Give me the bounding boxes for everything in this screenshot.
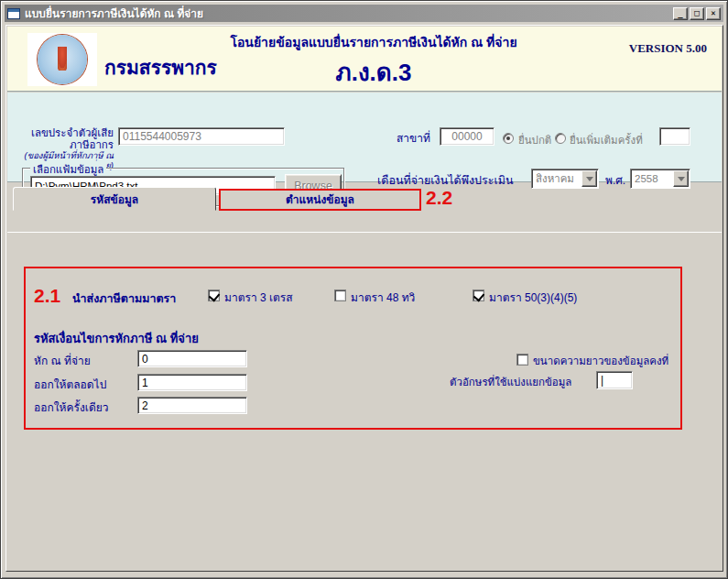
field-pay-once-input[interactable] — [137, 397, 247, 414]
month-dropdown[interactable]: สิงหาคม — [531, 169, 599, 189]
form-code: ภ.ง.ด.3 — [177, 53, 570, 91]
tax-id-input[interactable] — [118, 127, 285, 146]
radio-file-normal-label: ยื่นปกติ — [518, 132, 551, 148]
delimiter-label: ตัวอักษรที่ใช้แบ่งแยกข้อมูล — [450, 374, 571, 390]
annotation-2-2: 2.2 — [426, 187, 452, 209]
month-value: สิงหาคม — [536, 170, 574, 187]
branch-input[interactable] — [440, 127, 494, 146]
field-withheld-label: หัก ณ ที่จ่าย — [34, 352, 91, 369]
control-panel: เลขประจำตัวผู้เสียภาษีอากร (ของผู้มีหน้า… — [7, 93, 722, 182]
radio-file-normal[interactable] — [503, 133, 514, 144]
checkbox-article-50-label: มาตรา 50(3)(4)(5) — [489, 289, 577, 306]
window-controls: _ □ ✕ — [673, 7, 721, 20]
header: กรมสรรพากร โอนย้ายข้อมูลแบบยื่นรายการภาษ… — [7, 27, 722, 92]
checkbox-article-48[interactable] — [334, 290, 346, 301]
radio-file-additional[interactable] — [555, 133, 566, 144]
tab-page-data-codes: 2.1 นำส่งภาษีตามมาตรา มาตรา 3 เตรส มาตรา… — [7, 232, 722, 570]
app-title-block: โอนย้ายข้อมูลแบบยื่นรายการภาษีเงินได้หัก… — [177, 32, 570, 91]
application-window: แบบยื่นรายการภาษีเงินได้หัก ณ ที่จ่าย _ … — [0, 0, 728, 579]
checkbox-fixed-length-label: ขนาดความยาวของข้อมูลคงที่ — [533, 353, 668, 369]
title-bar[interactable]: แบบยื่นรายการภาษีเงินได้หัก ณ ที่จ่าย _ … — [5, 5, 723, 22]
annotation-2-1: 2.1 — [34, 285, 60, 307]
seal-figure — [57, 47, 68, 71]
form-window-icon — [7, 8, 20, 19]
field-pay-always-label: ออกให้ตลอดไป — [34, 376, 106, 393]
checkbox-fixed-length[interactable] — [516, 354, 528, 366]
field-pay-always-input[interactable] — [137, 374, 247, 391]
branch-label: สาขาที่ — [397, 129, 430, 147]
delimiter-input[interactable] — [596, 371, 633, 389]
field-withheld-input[interactable] — [137, 350, 247, 367]
window-title: แบบยื่นรายการภาษีเงินได้หัก ณ ที่จ่าย — [25, 5, 203, 22]
checkbox-article-50[interactable] — [473, 290, 484, 301]
checkbox-article-3-label: มาตรา 3 เตรส — [224, 289, 293, 306]
version-label: VERSION 5.00 — [629, 41, 707, 56]
app-title: โอนย้ายข้อมูลแบบยื่นรายการภาษีเงินได้หัก… — [177, 32, 570, 52]
tab-data-positions[interactable]: ตำแหน่งข้อมูล — [219, 189, 421, 211]
checkbox-article-3[interactable] — [208, 290, 220, 301]
radio-file-additional-label: ยื่นเพิ่มเติมครั้งที่ — [570, 132, 643, 148]
maximize-button[interactable]: □ — [690, 7, 704, 20]
main-panel: กรมสรรพากร โอนย้ายข้อมูลแบบยื่นรายการภาษ… — [5, 25, 723, 572]
year-dropdown-button[interactable] — [673, 170, 689, 187]
month-dropdown-button[interactable] — [581, 170, 597, 187]
section-tax-article-label: นำส่งภาษีตามมาตรา — [72, 290, 176, 308]
tab-data-codes[interactable]: รหัสข้อมูล — [13, 187, 216, 211]
checkbox-article-48-label: มาตรา 48 ทวิ — [351, 289, 415, 306]
field-pay-once-label: ออกให้ครั้งเดียว — [34, 399, 108, 416]
section-withholding-codes-label: รหัสเงื่อนไขการหักภาษี ณ ที่จ่าย — [34, 329, 199, 348]
chevron-down-icon — [586, 177, 593, 181]
chevron-down-icon — [678, 177, 685, 181]
minimize-button[interactable]: _ — [673, 7, 688, 20]
era-label: พ.ศ. — [605, 171, 625, 189]
additional-no-input[interactable] — [659, 127, 690, 146]
logo-box — [27, 33, 97, 86]
revenue-department-seal-icon — [38, 35, 87, 84]
close-button[interactable]: ✕ — [706, 7, 721, 20]
year-dropdown[interactable]: 2558 — [630, 169, 690, 189]
year-value: 2558 — [635, 173, 658, 184]
